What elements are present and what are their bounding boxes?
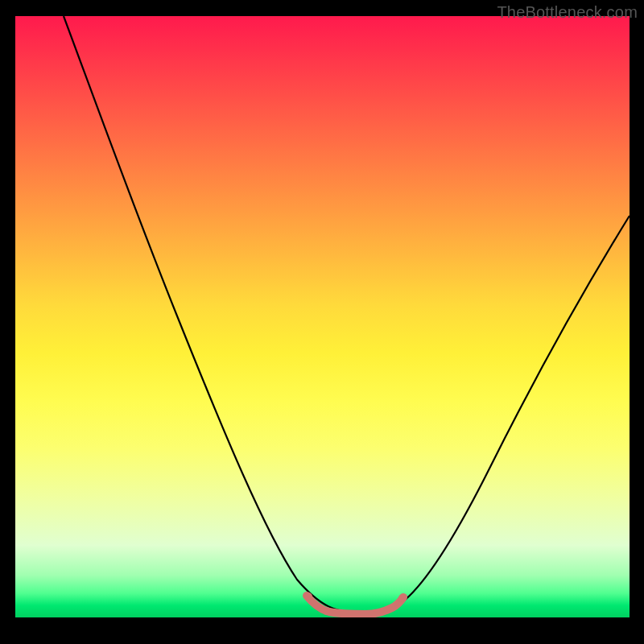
valley-dot-right xyxy=(398,594,407,602)
bottleneck-curve xyxy=(64,16,630,612)
flat-valley-marker xyxy=(307,596,403,614)
chart-svg xyxy=(15,16,630,617)
valley-dot-left xyxy=(304,592,312,601)
watermark: TheBottleneck.com xyxy=(497,3,638,22)
plot-area xyxy=(15,16,630,617)
chart-container: TheBottleneck.com xyxy=(0,0,644,644)
